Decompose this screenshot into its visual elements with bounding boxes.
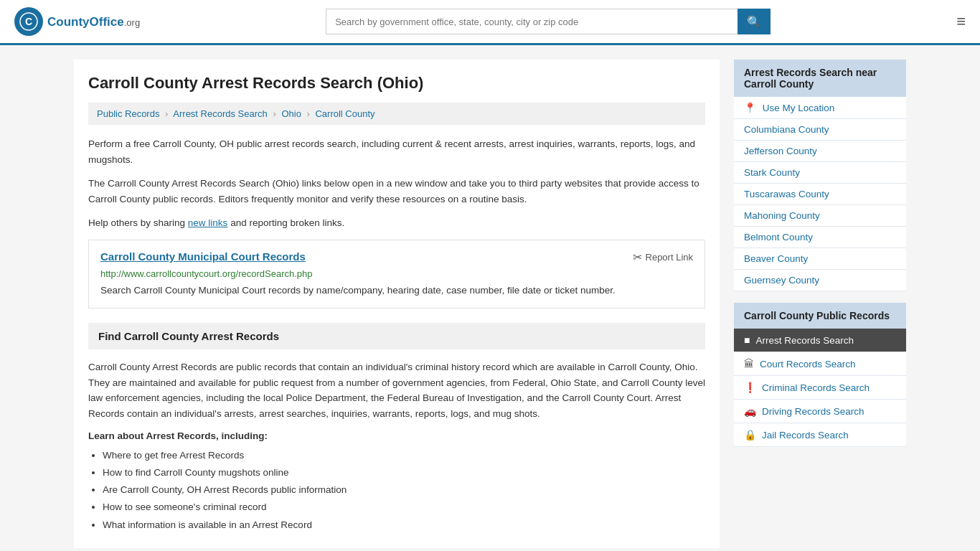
record-entry: Carroll County Municipal Court Records ✂… [88,240,705,309]
use-my-location[interactable]: 📍 Use My Location [734,97,906,119]
sidebar-item-driving-records[interactable]: 🚗 Driving Records Search [734,400,906,423]
record-url[interactable]: http://www.carrollcountycourt.org/record… [100,268,693,279]
logo-icon: C [14,7,43,36]
court-records-icon: 🏛 [744,358,754,369]
nearby-stark[interactable]: Stark County [734,162,906,184]
record-description: Search Carroll County Municipal Court re… [100,283,693,298]
logo[interactable]: C CountyOffice.org [14,7,140,36]
find-section: Find Carroll County Arrest Records Carro… [88,323,705,534]
list-item: What information is available in an Arre… [103,517,705,534]
find-section-header: Find Carroll County Arrest Records [88,323,705,349]
sidebar-item-criminal-records[interactable]: ❗ Criminal Records Search [734,376,906,400]
location-icon: 📍 [744,103,756,113]
find-section-body: Carroll County Arrest Records are public… [88,359,705,421]
nearby-beaver[interactable]: Beaver County [734,248,906,270]
sidebar-item-jail-records[interactable]: 🔒 Jail Records Search [734,423,906,447]
intro-para-1: Perform a free Carroll County, OH public… [88,136,705,167]
sidebar-item-court-label: Court Records Search [760,359,856,369]
list-item: How to find Carroll County mugshots onli… [103,464,705,481]
arrest-records-icon: ■ [744,334,750,346]
nearby-header: Arrest Records Search near Carroll Count… [734,60,906,97]
list-item: Are Carroll County, OH Arrest Records pu… [103,481,705,499]
sidebar-item-criminal-label: Criminal Records Search [762,382,870,393]
search-bar: 🔍 [326,9,771,34]
nearby-jefferson[interactable]: Jefferson County [734,141,906,162]
intro-para-3: Help others by sharing new links and rep… [88,215,705,231]
report-link-button[interactable]: ✂ Report Link [633,250,693,264]
sidebar-item-court-records[interactable]: 🏛 Court Records Search [734,352,906,376]
public-records-header: Carroll County Public Records [734,303,906,329]
sidebar-item-arrest-records[interactable]: ■ Arrest Records Search [734,329,906,352]
sidebar-item-arrest-label: Arrest Records Search [755,335,854,346]
record-title-link[interactable]: Carroll County Municipal Court Records [100,250,306,263]
criminal-records-icon: ❗ [744,382,756,393]
search-input[interactable] [326,9,738,34]
learn-heading: Learn about Arrest Records, including: [88,430,705,441]
nearby-box: Arrest Records Search near Carroll Count… [734,60,906,291]
new-links-link[interactable]: new links [188,217,228,228]
learn-list: Where to get free Arrest Records How to … [88,447,705,534]
page-title: Carroll County Arrest Records Search (Oh… [88,74,705,93]
list-item: How to see someone's criminal record [103,499,705,516]
sidebar: Arrest Records Search near Carroll Count… [734,60,906,548]
nearby-columbiana[interactable]: Columbiana County [734,119,906,141]
nearby-mahoning[interactable]: Mahoning County [734,205,906,227]
search-button[interactable]: 🔍 [738,9,771,34]
report-icon: ✂ [633,250,642,264]
nearby-belmont[interactable]: Belmont County [734,227,906,248]
nearby-tuscarawas[interactable]: Tuscarawas County [734,184,906,205]
logo-text: CountyOffice.org [47,14,140,29]
driving-records-icon: 🚗 [744,405,756,417]
sidebar-item-jail-label: Jail Records Search [762,430,849,441]
public-records-box: Carroll County Public Records ■ Arrest R… [734,303,906,447]
list-item: Where to get free Arrest Records [103,447,705,464]
nearby-guernsey[interactable]: Guernsey County [734,270,906,291]
breadcrumb: Public Records › Arrest Records Search ›… [88,103,705,125]
intro-para-2: The Carroll County Arrest Records Search… [88,176,705,207]
sidebar-item-driving-label: Driving Records Search [762,406,864,417]
svg-text:C: C [25,16,32,27]
jail-records-icon: 🔒 [744,429,756,441]
menu-button[interactable]: ≡ [956,14,966,29]
